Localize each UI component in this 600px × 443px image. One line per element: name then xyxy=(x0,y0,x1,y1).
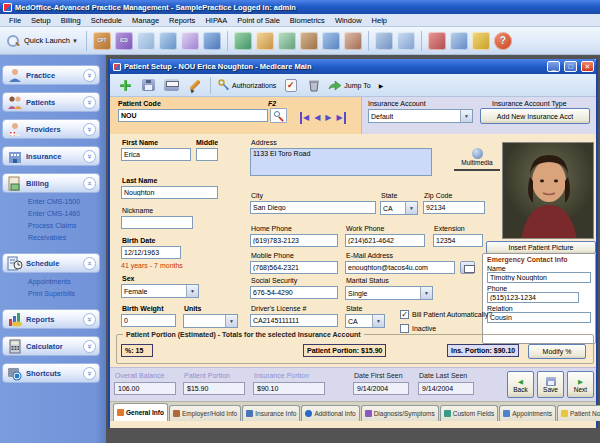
tab-additional-info[interactable]: Additional Info xyxy=(301,405,359,421)
email-icon[interactable] xyxy=(460,261,475,274)
state-select[interactable]: CA▼ xyxy=(380,201,418,215)
city-input[interactable] xyxy=(250,201,376,214)
statistics-icon[interactable] xyxy=(428,32,446,50)
drivers-license-input[interactable] xyxy=(250,314,338,327)
menu-manage[interactable]: Manage xyxy=(127,15,164,26)
zip-code-input[interactable] xyxy=(423,201,485,214)
cpt-codes-icon[interactable]: CPT xyxy=(93,32,111,50)
charges-icon[interactable] xyxy=(256,32,274,50)
previous-record-icon[interactable]: ◀ xyxy=(314,112,320,124)
display-icon[interactable] xyxy=(450,32,468,50)
units-select[interactable]: ▼ xyxy=(183,314,238,328)
menu-schedule[interactable]: Schedule xyxy=(86,15,127,26)
next-record-icon[interactable]: ▶ xyxy=(325,112,331,124)
quick-launch-dropdown-icon[interactable]: ▼ xyxy=(72,38,78,44)
extension-input[interactable] xyxy=(433,234,483,247)
menu-help[interactable]: Help xyxy=(367,15,392,26)
sidebar-item-reports[interactable]: Reports » xyxy=(2,309,100,329)
patient-card-icon[interactable] xyxy=(137,32,155,50)
minimize-button[interactable]: _ xyxy=(547,61,560,72)
sidebar-item-receivables[interactable]: Receivables xyxy=(28,232,100,244)
tab-appointments[interactable]: Appointments xyxy=(499,405,556,421)
icd-codes-icon[interactable]: ICD xyxy=(115,32,133,50)
tab-patient-notes[interactable]: Patient Notes xyxy=(557,405,600,421)
menu-hipaa[interactable]: HIPAA xyxy=(200,15,232,26)
emergency-name-input[interactable] xyxy=(487,272,591,283)
next-button[interactable]: ▶ Next xyxy=(567,371,594,398)
certificate-icon[interactable] xyxy=(181,32,199,50)
mobile-phone-input[interactable] xyxy=(250,261,338,274)
chevron-down-icon[interactable]: » xyxy=(83,340,96,353)
menu-billing[interactable]: Billing xyxy=(56,15,86,26)
patient-files-icon[interactable] xyxy=(300,32,318,50)
chevron-down-icon[interactable]: » xyxy=(83,123,96,136)
patient-code-input[interactable] xyxy=(118,109,268,122)
menu-biometrics[interactable]: Biometrics xyxy=(285,15,330,26)
tab-diagnosis-symptoms[interactable]: Diagnosis/Symptoms xyxy=(361,405,439,421)
close-button[interactable]: ✕ xyxy=(581,61,594,72)
emergency-relation-input[interactable] xyxy=(487,312,591,323)
sidebar-item-enter-cms-1500[interactable]: Enter CMS-1500 xyxy=(28,196,100,208)
save-button[interactable]: Save xyxy=(537,371,564,398)
delete-record-button[interactable] xyxy=(303,76,324,95)
add-record-button[interactable] xyxy=(115,76,136,95)
sidebar-item-insurance[interactable]: Insurance » xyxy=(2,146,100,166)
bill-automatically-checkbox[interactable]: ✓ Bill Patient Automatically? xyxy=(400,310,492,319)
first-name-input[interactable] xyxy=(121,148,191,161)
chevron-down-icon[interactable]: » xyxy=(83,367,96,380)
tab-employer-hold-info[interactable]: Employer/Hold Info xyxy=(169,405,241,421)
first-record-icon[interactable]: ◀ xyxy=(300,112,309,124)
export-data-icon[interactable] xyxy=(234,32,252,50)
sidebar-item-shortcuts[interactable]: Shortcuts » xyxy=(2,363,100,383)
insurance-account-select[interactable]: Default▼ xyxy=(368,109,473,123)
sidebar-item-providers[interactable]: Providers » xyxy=(2,119,100,139)
sidebar-item-billing[interactable]: Billing » xyxy=(2,173,100,193)
maximize-button[interactable]: □ xyxy=(564,61,577,72)
birth-weight-input[interactable] xyxy=(121,314,176,327)
last-name-input[interactable] xyxy=(121,186,218,199)
birth-date-input[interactable] xyxy=(121,246,181,259)
terminal-icon[interactable] xyxy=(322,32,340,50)
add-insurance-account-button[interactable]: Add New Insurance Acct xyxy=(480,108,590,124)
home-phone-input[interactable] xyxy=(250,234,338,247)
marital-status-select[interactable]: Single▼ xyxy=(345,286,433,300)
sidebar-item-appointments[interactable]: Appointments xyxy=(28,276,100,288)
chevron-down-icon[interactable]: » xyxy=(83,69,96,82)
menu-window[interactable]: Window xyxy=(330,15,367,26)
claims-setup-icon[interactable] xyxy=(278,32,296,50)
authorizations-button[interactable]: Authorizations xyxy=(216,76,278,95)
save-print-button[interactable] xyxy=(161,76,182,95)
quick-launch-label[interactable]: Quick Launch xyxy=(24,36,70,45)
tab-insurance-info[interactable]: Insurance Info xyxy=(242,405,300,421)
calendar-check-icon[interactable] xyxy=(397,32,415,50)
chevron-up-icon[interactable]: » xyxy=(83,177,96,190)
report-schedule-icon[interactable] xyxy=(375,32,393,50)
menu-setup[interactable]: Setup xyxy=(26,15,56,26)
chevron-down-icon[interactable]: » xyxy=(83,150,96,163)
chevron-up-icon[interactable]: » xyxy=(83,257,96,270)
sidebar-item-process-claims[interactable]: Process Claims xyxy=(28,220,100,232)
sidebar-item-calculator[interactable]: Calculator » xyxy=(2,336,100,356)
save-record-button[interactable] xyxy=(138,76,159,95)
middle-name-input[interactable] xyxy=(196,148,218,161)
chevron-down-icon[interactable]: » xyxy=(83,313,96,326)
verify-button[interactable]: ✓ xyxy=(280,76,301,95)
multimedia-button[interactable]: Multimedia xyxy=(454,145,500,171)
social-security-input[interactable] xyxy=(250,286,338,299)
edit-record-button[interactable] xyxy=(184,76,205,95)
help-icon[interactable]: ? xyxy=(494,32,512,50)
sidebar-item-practice[interactable]: Practice » xyxy=(2,65,100,85)
sex-select[interactable]: Female▼ xyxy=(121,284,199,298)
menu-point-of-sale[interactable]: Point of Sale xyxy=(232,15,285,26)
tab-general-info[interactable]: General Info xyxy=(113,403,168,421)
emergency-phone-input[interactable] xyxy=(487,292,579,303)
search-icon[interactable] xyxy=(7,35,19,47)
jump-to-button[interactable]: Jump To ▶ xyxy=(326,76,385,95)
last-record-icon[interactable]: ▶ xyxy=(336,112,345,124)
menu-file[interactable]: File xyxy=(4,15,26,26)
security-lock-icon[interactable] xyxy=(472,32,490,50)
staff-report-icon[interactable] xyxy=(344,32,362,50)
email-input[interactable] xyxy=(345,261,455,274)
patient-search-button[interactable] xyxy=(270,108,287,123)
office-building-icon[interactable] xyxy=(203,32,221,50)
